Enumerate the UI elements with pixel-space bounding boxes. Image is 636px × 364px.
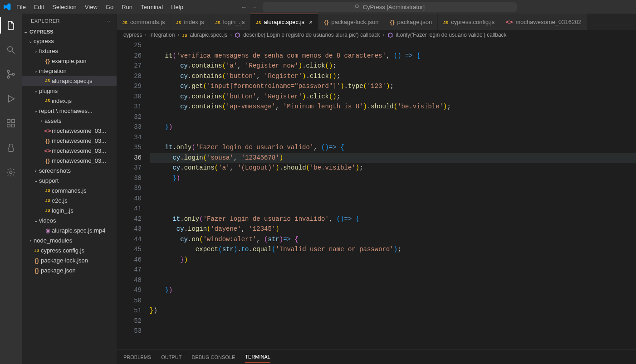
menu-selection[interactable]: Selection xyxy=(49,2,80,12)
file-tree: ⌄cypress⌄fixtures{}example.json⌄integrat… xyxy=(22,36,117,364)
folder-row[interactable]: ⌄videos xyxy=(22,215,117,225)
folder-row[interactable]: ⌄cypress xyxy=(22,36,117,46)
tree-item-label: index.js xyxy=(52,97,72,104)
panel-tab-output[interactable]: OUTPUT xyxy=(161,352,181,363)
activity-settings-gear[interactable] xyxy=(0,164,22,180)
breadcrumb-folder[interactable]: cypress xyxy=(123,32,142,38)
tab-label: login_.js xyxy=(223,19,245,25)
nav-fwd-icon[interactable]: → xyxy=(251,4,257,10)
folder-row[interactable]: ›assets xyxy=(22,116,117,126)
folder-row[interactable]: ⌄support xyxy=(22,175,117,185)
chevron-down-icon: ⌄ xyxy=(24,29,28,34)
vscode-icon xyxy=(2,1,13,12)
editor-tab[interactable]: {}package-lock.json xyxy=(318,14,384,30)
editor-tab[interactable]: JScommands.js xyxy=(117,14,171,30)
menu-help[interactable]: Help xyxy=(167,2,187,12)
editor-tab[interactable]: JSlogin_.js xyxy=(210,14,251,30)
file-row[interactable]: {}package.json xyxy=(22,265,117,275)
panel-tab-debug-console[interactable]: DEBUG CONSOLE xyxy=(191,352,235,363)
code-line xyxy=(150,296,636,306)
menu-terminal[interactable]: Terminal xyxy=(137,2,166,12)
editor-tab[interactable]: JSalurapic.spec.js× xyxy=(250,14,318,30)
nav-back-icon[interactable]: ← xyxy=(241,4,247,10)
file-row[interactable]: <>mochawesome_03... xyxy=(22,146,117,155)
folder-row[interactable]: ⌄integration xyxy=(22,66,117,76)
line-number: 41 xyxy=(117,204,142,214)
json-icon: {} xyxy=(390,19,394,25)
file-row[interactable]: JSindex.js xyxy=(22,96,117,106)
breadcrumb-symbol[interactable]: describe('Login e registro de usuarios a… xyxy=(243,32,380,38)
code-line: }) xyxy=(150,173,636,184)
file-row[interactable]: JScommands.js xyxy=(22,185,117,195)
file-row[interactable]: JScypress.config.js xyxy=(22,245,117,255)
activity-extensions[interactable] xyxy=(0,115,22,131)
code-editor[interactable]: 2526272829303132333435363738394041424344… xyxy=(117,40,636,349)
file-row[interactable]: <>mochawesome_03... xyxy=(22,126,117,136)
line-number: 27 xyxy=(117,61,142,71)
activity-run-debug[interactable] xyxy=(0,91,22,107)
activity-testing[interactable] xyxy=(0,140,22,156)
breadcrumb-sep: › xyxy=(383,32,385,38)
tree-item-label: mochawesome_03... xyxy=(52,137,106,144)
project-section[interactable]: ⌄ CYPRESS xyxy=(22,27,117,36)
folder-row[interactable]: ⌄fixtures xyxy=(22,46,117,56)
html-icon: <> xyxy=(44,147,51,154)
editor-tab[interactable]: {}package.json xyxy=(384,14,438,30)
breadcrumb-sep: › xyxy=(230,32,232,38)
svg-point-6 xyxy=(12,73,15,76)
explorer-more-icon[interactable]: ··· xyxy=(104,18,111,24)
chevron-right-icon: › xyxy=(38,118,44,123)
code-content[interactable]: it('verifica mensagens de senha com meno… xyxy=(150,40,636,349)
menu-file[interactable]: File xyxy=(13,2,29,12)
code-line: cy.contains('ap-vmessage', 'Mininum leng… xyxy=(150,102,636,112)
file-row[interactable]: {}mochawesome_03... xyxy=(22,136,117,146)
panel-tab-terminal[interactable]: TERMINAL xyxy=(245,351,270,363)
file-row[interactable]: {}example.json xyxy=(22,56,117,66)
file-row[interactable]: {}package-lock.json xyxy=(22,255,117,265)
file-row[interactable]: JSe2e.js xyxy=(22,195,117,205)
line-number: 47 xyxy=(117,265,142,275)
code-line xyxy=(150,316,636,326)
editor-tab[interactable]: <>mochawesome_0316202 xyxy=(500,14,587,30)
activity-source-control[interactable] xyxy=(0,66,22,83)
js-icon: JS xyxy=(122,20,127,25)
tree-item-label: example.json xyxy=(52,58,87,64)
tree-item-label: e2e.js xyxy=(52,197,68,204)
code-line: }) xyxy=(150,122,636,132)
command-center[interactable]: CyPress [Administrator] xyxy=(263,2,517,12)
editor-tab[interactable]: JSindex.js xyxy=(171,14,210,30)
line-number: 53 xyxy=(117,326,142,336)
json-icon: {} xyxy=(324,19,328,25)
panel-tab-problems[interactable]: PROBLEMS xyxy=(123,352,151,363)
line-number: 35 xyxy=(117,142,142,153)
titlebar: FileEditSelectionViewGoRunTerminalHelp ←… xyxy=(0,0,636,14)
file-row[interactable]: JSalurapic.spec.js xyxy=(22,76,117,86)
menu-go[interactable]: Go xyxy=(102,2,117,12)
menu-view[interactable]: View xyxy=(81,2,101,12)
close-icon[interactable]: × xyxy=(309,19,313,26)
breadcrumb-symbol[interactable]: it.only('Fazer login de usuario valido')… xyxy=(396,32,507,38)
svg-point-5 xyxy=(7,76,10,78)
tab-label: package-lock.json xyxy=(331,19,378,25)
js-icon: JS xyxy=(45,98,50,103)
file-row[interactable]: {}mochawesome_03... xyxy=(22,155,117,165)
folder-row[interactable]: ⌄report \ mochawes... xyxy=(22,106,117,116)
file-row[interactable]: JSlogin_.js xyxy=(22,205,117,215)
json-icon: {} xyxy=(34,257,39,264)
activity-search[interactable] xyxy=(0,42,22,58)
folder-row[interactable]: ›node_modules xyxy=(22,235,117,245)
menu-edit[interactable]: Edit xyxy=(30,2,48,12)
folder-row[interactable]: ⌄plugins xyxy=(22,86,117,96)
activity-explorer[interactable] xyxy=(0,17,22,34)
line-number: 42 xyxy=(117,214,142,224)
breadcrumb-folder[interactable]: integration xyxy=(149,32,175,38)
breadcrumb-file[interactable]: alurapic.spec.js xyxy=(190,32,227,38)
file-row[interactable]: ◉alurapic.spec.js.mp4 xyxy=(22,225,117,235)
code-line: expect(str).to.equal('Invalid user name … xyxy=(150,244,636,255)
breadcrumb[interactable]: cypress›integration›JSalurapic.spec.js›d… xyxy=(117,30,636,40)
code-line xyxy=(150,183,636,194)
editor-tab[interactable]: JScypress.config.js xyxy=(438,14,500,30)
menu-run[interactable]: Run xyxy=(118,2,136,12)
folder-row[interactable]: ›screenshots xyxy=(22,165,117,175)
line-number: 30 xyxy=(117,92,142,102)
